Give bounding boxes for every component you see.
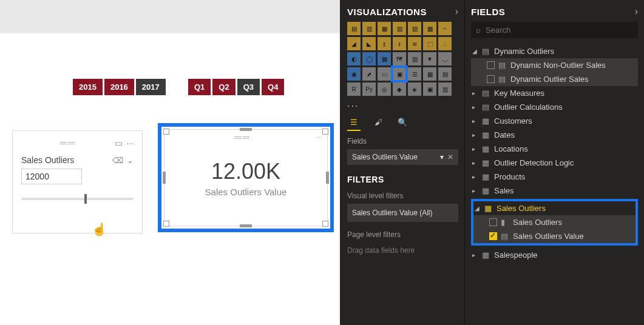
report-canvas[interactable]: 2015 2016 2017 Q1 Q2 Q3 Q4 ══ ▭ ··· Sale… [0,0,340,325]
viz-funnel-icon[interactable]: ▼ [423,52,436,65]
table-outlier-detection-logic[interactable]: ▸▦ Outlier Detection Logic [471,156,638,170]
viz-filled-map-icon[interactable]: ▧ [408,52,421,65]
quarter-pill-q1[interactable]: Q1 [188,79,211,95]
viz-arcgis-icon[interactable]: ◎ [378,82,391,96]
quarter-pill-q4[interactable]: Q4 [262,79,284,95]
viz-multirow-icon[interactable]: ☰ [408,67,421,81]
field-well-item[interactable]: Sales Outliers Value ▾ ✕ [347,149,458,165]
viz-stacked-bar-icon[interactable]: ▤ [347,22,361,35]
slider-thumb[interactable] [84,194,87,204]
viz-line-icon[interactable]: ～ [438,22,452,35]
remove-field-icon[interactable]: ✕ [447,153,453,161]
viz-slicer-icon[interactable]: ▭ [378,67,391,81]
viz-kpi-icon[interactable]: ⬈ [362,67,376,81]
quarter-slicer[interactable]: Q1 Q2 Q3 Q4 [188,79,284,95]
resize-handle[interactable] [240,128,252,131]
checkbox-checked[interactable] [489,232,497,240]
focus-mode-icon[interactable]: ▭ [115,138,123,148]
table-label: Dates [494,130,515,139]
table-sales[interactable]: ▸▦ Sales [471,184,638,198]
viz-py-icon[interactable]: Py [362,82,376,96]
year-pill-2016[interactable]: 2016 [104,79,134,95]
table-dynamic-outliers[interactable]: ◢▤ Dynamic Outliers [471,44,638,58]
field-dynamic-non-outlier-sales[interactable]: ▤ Dynamic Non-Outlier Sales [471,58,638,72]
viz-matrix-icon[interactable]: ▤ [438,67,452,81]
viz-gauge-icon[interactable]: ◡ [438,52,452,65]
viz-line-column-icon[interactable]: ⫿ [378,37,391,50]
viz-100-bar-icon[interactable]: ▨ [408,22,421,35]
year-slicer[interactable]: 2015 2016 2017 [73,79,166,95]
checkbox[interactable] [487,75,495,83]
search-input[interactable] [486,25,633,35]
quarter-pill-q3[interactable]: Q3 [237,79,260,95]
card-visual[interactable]: ══ ··· 12.00K Sales Outliers Value [164,129,328,226]
table-salespeople[interactable]: ▸▦ Salespeople [471,248,638,262]
checkbox[interactable] [489,218,497,226]
field-sales-outliers-value[interactable]: ▤ Sales Outliers Value [473,229,636,243]
resize-handle[interactable] [322,221,328,227]
viz-stacked-column-icon[interactable]: ▥ [362,22,376,35]
table-customers[interactable]: ▸▦ Customers [471,114,638,128]
visual-filter-item[interactable]: Sales Outliers Value (All) [347,204,458,222]
resize-handle[interactable] [163,221,169,227]
more-options-icon[interactable]: ··· [316,132,322,143]
table-sales-outliers[interactable]: ◢▦ Sales Outliers [473,201,636,215]
viz-100-column-icon[interactable]: ▩ [423,22,436,35]
year-pill-2017[interactable]: 2017 [136,79,166,95]
table-locations[interactable]: ▸▦ Locations [471,142,638,156]
eraser-icon[interactable]: ⌫ [112,156,123,165]
viz-custom2-icon[interactable]: ▥ [438,82,452,96]
drag-grip-icon[interactable]: ══ [60,138,76,149]
viz-keyinf-icon[interactable]: ◈ [408,82,421,96]
year-pill-2015[interactable]: 2015 [73,79,103,95]
viz-powerapps-icon[interactable]: ◆ [393,82,406,96]
resize-handle[interactable] [163,129,169,135]
more-options-icon[interactable]: ··· [126,138,134,148]
viz-waterfall-icon[interactable]: ⬚ [423,37,436,50]
slicer-value-input[interactable] [21,169,82,184]
resize-handle[interactable] [322,129,328,135]
field-dynamic-outlier-sales[interactable]: ▤ Dynamic Outlier Sales [471,72,638,86]
field-label: Dynamic Outlier Sales [510,75,589,84]
viz-treemap-icon[interactable]: ▦ [378,52,391,65]
viz-clustered-column-icon[interactable]: ▧ [393,22,406,35]
viz-line-clustered-icon[interactable]: ⫾ [393,37,406,50]
viz-clustered-bar-icon[interactable]: ▦ [378,22,391,35]
viz-card-icon[interactable]: ▣ [393,67,406,81]
viz-scatter-icon[interactable]: ∴ [438,37,452,50]
fields-search[interactable]: ⌕ [471,22,638,38]
table-dates[interactable]: ▸▦ Dates [471,128,638,142]
resize-handle[interactable] [240,224,252,227]
viz-pie-icon[interactable]: ◐ [347,52,361,65]
field-sales-outliers[interactable]: ▮ Sales Outliers [473,215,636,229]
resize-handle[interactable] [163,172,166,184]
drag-grip-icon[interactable]: ══ [234,132,251,143]
table-key-measures[interactable]: ▸▤ Key Measures [471,86,638,100]
viz-esri-icon[interactable]: ◉ [347,67,361,81]
chevron-down-icon[interactable]: ⌄ [127,156,134,165]
more-visuals-icon[interactable]: ··· [347,101,458,112]
quarter-pill-q2[interactable]: Q2 [212,79,235,95]
table-outlier-calculations[interactable]: ▸▤ Outlier Calculations [471,100,638,114]
viz-r-icon[interactable]: R [347,82,361,96]
tab-analytics-icon[interactable]: 🔍 [396,115,409,129]
viz-area-icon[interactable]: ◢ [347,37,361,50]
table-label: Salespeople [494,250,538,260]
table-products[interactable]: ▸▦ Products [471,170,638,184]
tab-format-icon[interactable]: 🖌 [371,115,385,129]
viz-custom1-icon[interactable]: ▣ [423,82,436,96]
resize-handle[interactable] [326,172,329,184]
tab-fields-icon[interactable]: ☰ [347,115,361,129]
viz-stacked-area-icon[interactable]: ◣ [362,37,376,50]
viz-ribbon-icon[interactable]: ≋ [408,37,421,50]
chevron-down-icon[interactable]: ▾ [440,153,444,161]
sales-outliers-slicer[interactable]: ══ ▭ ··· Sales Outliers ⌫ ⌄ ☝ [12,130,143,233]
viz-map-icon[interactable]: 🗺 [393,52,406,65]
viz-donut-icon[interactable]: ◯ [362,52,376,65]
collapse-icon[interactable]: › [635,6,638,17]
viz-table-icon[interactable]: ▦ [423,67,436,81]
collapse-icon[interactable]: › [455,6,458,17]
slicer-slider[interactable] [21,198,134,200]
page-filters-dropzone[interactable]: Drag data fields here [347,246,458,255]
checkbox[interactable] [487,61,495,69]
